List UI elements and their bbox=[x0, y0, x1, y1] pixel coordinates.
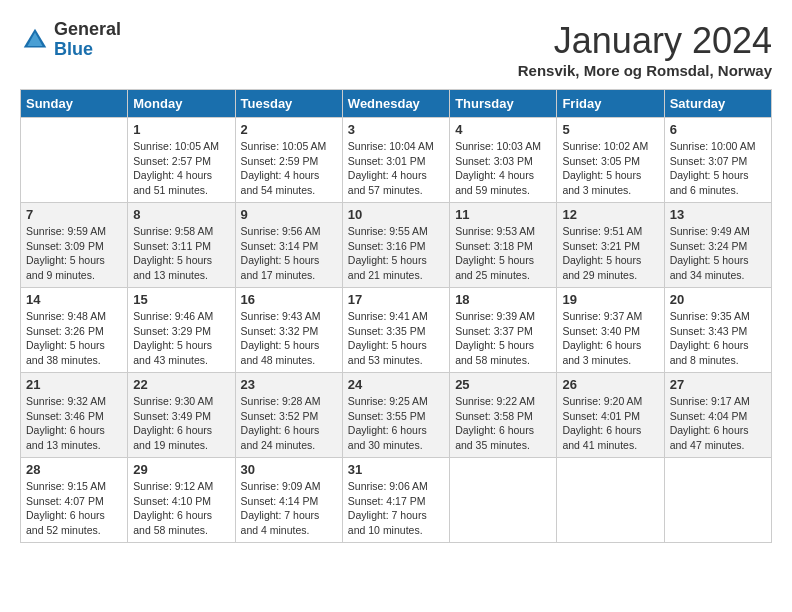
day-info: Sunrise: 10:04 AMSunset: 3:01 PMDaylight… bbox=[348, 139, 444, 198]
calendar-cell: 26Sunrise: 9:20 AMSunset: 4:01 PMDayligh… bbox=[557, 373, 664, 458]
day-number: 8 bbox=[133, 207, 229, 222]
day-number: 4 bbox=[455, 122, 551, 137]
day-info: Sunrise: 9:09 AMSunset: 4:14 PMDaylight:… bbox=[241, 479, 337, 538]
day-number: 1 bbox=[133, 122, 229, 137]
day-info: Sunrise: 9:43 AMSunset: 3:32 PMDaylight:… bbox=[241, 309, 337, 368]
calendar-cell: 1Sunrise: 10:05 AMSunset: 2:57 PMDayligh… bbox=[128, 118, 235, 203]
day-info: Sunrise: 9:22 AMSunset: 3:58 PMDaylight:… bbox=[455, 394, 551, 453]
calendar-cell: 5Sunrise: 10:02 AMSunset: 3:05 PMDayligh… bbox=[557, 118, 664, 203]
calendar-cell: 4Sunrise: 10:03 AMSunset: 3:03 PMDayligh… bbox=[450, 118, 557, 203]
day-number: 15 bbox=[133, 292, 229, 307]
day-number: 10 bbox=[348, 207, 444, 222]
calendar-cell: 8Sunrise: 9:58 AMSunset: 3:11 PMDaylight… bbox=[128, 203, 235, 288]
week-row-4: 21Sunrise: 9:32 AMSunset: 3:46 PMDayligh… bbox=[21, 373, 772, 458]
calendar-cell: 29Sunrise: 9:12 AMSunset: 4:10 PMDayligh… bbox=[128, 458, 235, 543]
header-row: SundayMondayTuesdayWednesdayThursdayFrid… bbox=[21, 90, 772, 118]
day-info: Sunrise: 9:20 AMSunset: 4:01 PMDaylight:… bbox=[562, 394, 658, 453]
calendar-cell: 2Sunrise: 10:05 AMSunset: 2:59 PMDayligh… bbox=[235, 118, 342, 203]
calendar-cell: 14Sunrise: 9:48 AMSunset: 3:26 PMDayligh… bbox=[21, 288, 128, 373]
week-row-5: 28Sunrise: 9:15 AMSunset: 4:07 PMDayligh… bbox=[21, 458, 772, 543]
calendar-cell: 27Sunrise: 9:17 AMSunset: 4:04 PMDayligh… bbox=[664, 373, 771, 458]
day-number: 18 bbox=[455, 292, 551, 307]
logo: General Blue bbox=[20, 20, 121, 60]
calendar-cell: 10Sunrise: 9:55 AMSunset: 3:16 PMDayligh… bbox=[342, 203, 449, 288]
day-info: Sunrise: 9:53 AMSunset: 3:18 PMDaylight:… bbox=[455, 224, 551, 283]
day-info: Sunrise: 9:28 AMSunset: 3:52 PMDaylight:… bbox=[241, 394, 337, 453]
calendar-cell bbox=[664, 458, 771, 543]
day-number: 11 bbox=[455, 207, 551, 222]
day-info: Sunrise: 9:58 AMSunset: 3:11 PMDaylight:… bbox=[133, 224, 229, 283]
day-number: 2 bbox=[241, 122, 337, 137]
calendar-cell: 3Sunrise: 10:04 AMSunset: 3:01 PMDayligh… bbox=[342, 118, 449, 203]
day-info: Sunrise: 9:15 AMSunset: 4:07 PMDaylight:… bbox=[26, 479, 122, 538]
location: Rensvik, More og Romsdal, Norway bbox=[518, 62, 772, 79]
col-header-sunday: Sunday bbox=[21, 90, 128, 118]
day-number: 26 bbox=[562, 377, 658, 392]
page-header: General Blue January 2024 Rensvik, More … bbox=[20, 20, 772, 79]
day-info: Sunrise: 9:59 AMSunset: 3:09 PMDaylight:… bbox=[26, 224, 122, 283]
month-title: January 2024 bbox=[518, 20, 772, 62]
day-info: Sunrise: 9:37 AMSunset: 3:40 PMDaylight:… bbox=[562, 309, 658, 368]
logo-general-text: General bbox=[54, 20, 121, 40]
day-number: 25 bbox=[455, 377, 551, 392]
week-row-2: 7Sunrise: 9:59 AMSunset: 3:09 PMDaylight… bbox=[21, 203, 772, 288]
day-number: 17 bbox=[348, 292, 444, 307]
day-info: Sunrise: 9:39 AMSunset: 3:37 PMDaylight:… bbox=[455, 309, 551, 368]
calendar-cell: 13Sunrise: 9:49 AMSunset: 3:24 PMDayligh… bbox=[664, 203, 771, 288]
calendar-cell: 22Sunrise: 9:30 AMSunset: 3:49 PMDayligh… bbox=[128, 373, 235, 458]
calendar-table: SundayMondayTuesdayWednesdayThursdayFrid… bbox=[20, 89, 772, 543]
day-number: 30 bbox=[241, 462, 337, 477]
day-number: 5 bbox=[562, 122, 658, 137]
calendar-cell: 30Sunrise: 9:09 AMSunset: 4:14 PMDayligh… bbox=[235, 458, 342, 543]
day-info: Sunrise: 9:06 AMSunset: 4:17 PMDaylight:… bbox=[348, 479, 444, 538]
calendar-cell bbox=[21, 118, 128, 203]
calendar-cell: 12Sunrise: 9:51 AMSunset: 3:21 PMDayligh… bbox=[557, 203, 664, 288]
calendar-cell: 31Sunrise: 9:06 AMSunset: 4:17 PMDayligh… bbox=[342, 458, 449, 543]
day-number: 28 bbox=[26, 462, 122, 477]
day-number: 14 bbox=[26, 292, 122, 307]
day-number: 19 bbox=[562, 292, 658, 307]
day-number: 21 bbox=[26, 377, 122, 392]
week-row-3: 14Sunrise: 9:48 AMSunset: 3:26 PMDayligh… bbox=[21, 288, 772, 373]
day-number: 29 bbox=[133, 462, 229, 477]
day-info: Sunrise: 9:17 AMSunset: 4:04 PMDaylight:… bbox=[670, 394, 766, 453]
week-row-1: 1Sunrise: 10:05 AMSunset: 2:57 PMDayligh… bbox=[21, 118, 772, 203]
day-info: Sunrise: 9:46 AMSunset: 3:29 PMDaylight:… bbox=[133, 309, 229, 368]
day-info: Sunrise: 10:05 AMSunset: 2:59 PMDaylight… bbox=[241, 139, 337, 198]
calendar-cell: 17Sunrise: 9:41 AMSunset: 3:35 PMDayligh… bbox=[342, 288, 449, 373]
calendar-cell: 15Sunrise: 9:46 AMSunset: 3:29 PMDayligh… bbox=[128, 288, 235, 373]
calendar-cell bbox=[557, 458, 664, 543]
calendar-cell: 21Sunrise: 9:32 AMSunset: 3:46 PMDayligh… bbox=[21, 373, 128, 458]
day-info: Sunrise: 10:02 AMSunset: 3:05 PMDaylight… bbox=[562, 139, 658, 198]
col-header-tuesday: Tuesday bbox=[235, 90, 342, 118]
calendar-cell: 18Sunrise: 9:39 AMSunset: 3:37 PMDayligh… bbox=[450, 288, 557, 373]
calendar-cell: 9Sunrise: 9:56 AMSunset: 3:14 PMDaylight… bbox=[235, 203, 342, 288]
day-info: Sunrise: 9:12 AMSunset: 4:10 PMDaylight:… bbox=[133, 479, 229, 538]
day-number: 20 bbox=[670, 292, 766, 307]
col-header-thursday: Thursday bbox=[450, 90, 557, 118]
day-number: 22 bbox=[133, 377, 229, 392]
calendar-cell: 11Sunrise: 9:53 AMSunset: 3:18 PMDayligh… bbox=[450, 203, 557, 288]
logo-icon bbox=[20, 25, 50, 55]
day-number: 24 bbox=[348, 377, 444, 392]
title-block: January 2024 Rensvik, More og Romsdal, N… bbox=[518, 20, 772, 79]
day-number: 23 bbox=[241, 377, 337, 392]
col-header-monday: Monday bbox=[128, 90, 235, 118]
day-number: 7 bbox=[26, 207, 122, 222]
col-header-wednesday: Wednesday bbox=[342, 90, 449, 118]
day-number: 13 bbox=[670, 207, 766, 222]
day-number: 3 bbox=[348, 122, 444, 137]
calendar-cell: 28Sunrise: 9:15 AMSunset: 4:07 PMDayligh… bbox=[21, 458, 128, 543]
day-number: 16 bbox=[241, 292, 337, 307]
calendar-cell: 16Sunrise: 9:43 AMSunset: 3:32 PMDayligh… bbox=[235, 288, 342, 373]
day-info: Sunrise: 9:49 AMSunset: 3:24 PMDaylight:… bbox=[670, 224, 766, 283]
calendar-cell: 6Sunrise: 10:00 AMSunset: 3:07 PMDayligh… bbox=[664, 118, 771, 203]
day-info: Sunrise: 9:55 AMSunset: 3:16 PMDaylight:… bbox=[348, 224, 444, 283]
logo-blue-text: Blue bbox=[54, 40, 121, 60]
day-number: 12 bbox=[562, 207, 658, 222]
day-number: 27 bbox=[670, 377, 766, 392]
day-info: Sunrise: 9:25 AMSunset: 3:55 PMDaylight:… bbox=[348, 394, 444, 453]
calendar-cell: 25Sunrise: 9:22 AMSunset: 3:58 PMDayligh… bbox=[450, 373, 557, 458]
calendar-cell bbox=[450, 458, 557, 543]
day-info: Sunrise: 9:35 AMSunset: 3:43 PMDaylight:… bbox=[670, 309, 766, 368]
